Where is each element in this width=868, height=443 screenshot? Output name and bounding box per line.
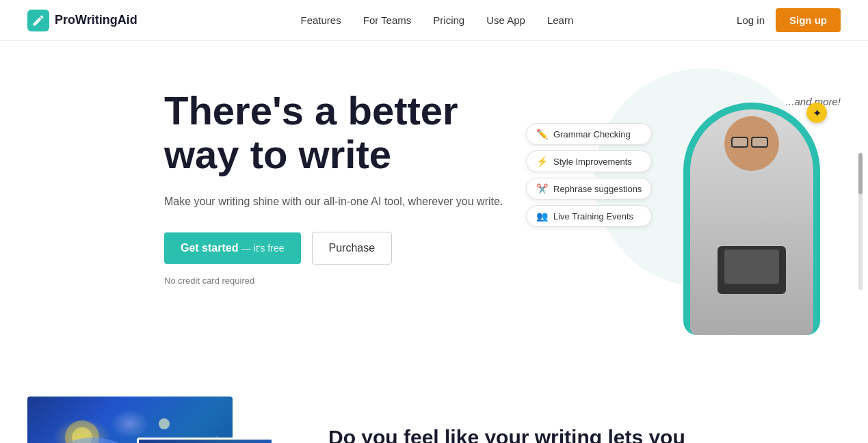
rephrase-icon: ✂️	[536, 183, 548, 194]
hero-title-line1: There's a better	[164, 88, 458, 133]
section-two-right: Do you feel like your writing lets you d…	[328, 397, 704, 443]
get-started-suffix: — it's free	[241, 243, 285, 254]
person-illustration: ✦	[635, 82, 827, 335]
hero-buttons: Get started — it's free Purchase	[164, 232, 503, 265]
pill-style: ⚡ Style Improvements	[526, 150, 652, 172]
hero-illustration: ✏️ Grammar Checking ⚡ Style Improvements…	[567, 82, 841, 328]
nav-pricing[interactable]: Pricing	[433, 14, 464, 26]
pill-training: 👥 Live Training Events	[526, 205, 652, 227]
hero-left: There's a better way to write Make your …	[164, 82, 503, 286]
navbar-actions: Log in Sign up	[737, 8, 841, 32]
section-two-title: Do you feel like your writing lets you d…	[328, 424, 704, 443]
brand-name: ProWritingAid	[55, 13, 137, 27]
nav-links: Features For Teams Pricing Use App Learn	[301, 14, 574, 26]
style-icon: ⚡	[536, 156, 548, 167]
nav-for-teams[interactable]: For Teams	[363, 14, 412, 26]
hero-title-line2: way to write	[164, 132, 391, 176]
pill-training-label: Live Training Events	[553, 211, 633, 222]
person-head	[724, 116, 779, 171]
get-started-label: Get started	[181, 242, 238, 254]
nav-use-app[interactable]: Use App	[486, 14, 525, 26]
pill-rephrase-label: Rephrase suggestions	[553, 184, 642, 194]
painting-container: My idea in my head	[27, 397, 287, 443]
glasses-right	[751, 137, 768, 148]
painting-back	[27, 397, 233, 443]
hero-subtitle: Make your writing shine with our all-in-…	[164, 193, 503, 211]
feature-pills: ✏️ Grammar Checking ⚡ Style Improvements…	[526, 123, 652, 227]
pill-grammar-label: Grammar Checking	[553, 129, 631, 139]
hero-title: There's a better way to write	[164, 89, 503, 176]
person-body	[690, 109, 813, 335]
pill-rephrase: ✂️ Rephrase suggestions	[526, 178, 652, 200]
get-started-button[interactable]: Get started — it's free	[164, 232, 301, 264]
painting-front-svg	[139, 440, 274, 443]
training-icon: 👥	[536, 211, 548, 222]
nav-learn[interactable]: Learn	[547, 14, 573, 26]
section-two: My idea in my head Do you feel like your…	[0, 355, 868, 443]
logo-svg	[31, 14, 45, 27]
section-two-left: My idea in my head	[27, 397, 287, 443]
pill-style-label: Style Improvements	[553, 157, 632, 167]
no-credit-text: No credit card required	[164, 276, 503, 286]
hero-section: There's a better way to write Make your …	[0, 41, 868, 355]
glasses	[731, 137, 772, 148]
logo-icon	[27, 10, 49, 31]
painting-front: My idea in my head	[137, 438, 274, 443]
purchase-button[interactable]: Purchase	[312, 232, 393, 265]
login-button[interactable]: Log in	[737, 14, 765, 26]
svg-point-2	[159, 418, 170, 429]
logo[interactable]: ProWritingAid	[27, 10, 137, 31]
grammar-icon: ✏️	[536, 129, 548, 139]
laptop	[718, 246, 786, 294]
sparkle-icon: ✦	[806, 103, 827, 123]
signup-button[interactable]: Sign up	[776, 8, 841, 32]
laptop-screen	[724, 250, 779, 284]
navbar: ProWritingAid Features For Teams Pricing…	[0, 0, 868, 41]
starry-night-svg	[27, 397, 233, 443]
glasses-left	[731, 137, 748, 148]
scroll-thumb[interactable]	[858, 153, 863, 194]
pill-grammar: ✏️ Grammar Checking	[526, 123, 652, 145]
scrollbar[interactable]	[858, 153, 863, 290]
nav-features[interactable]: Features	[301, 14, 341, 26]
